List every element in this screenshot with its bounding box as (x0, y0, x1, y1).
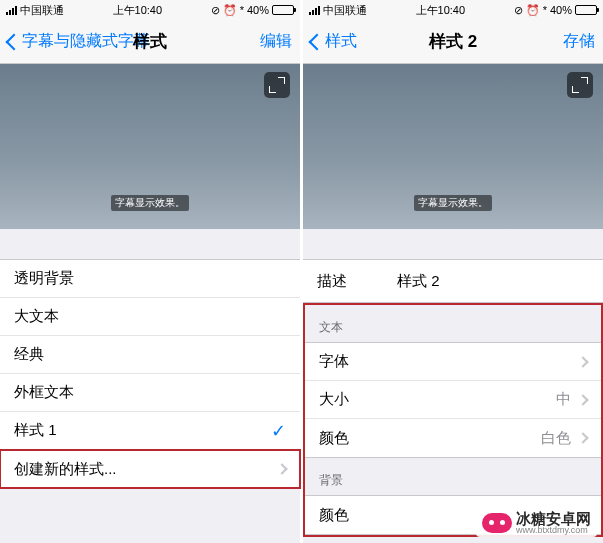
checkmark-icon: ✓ (271, 420, 286, 442)
back-button[interactable]: 字幕与隐藏式字幕 (8, 31, 150, 52)
nav-bar: 样式 样式 2 存储 (303, 20, 603, 64)
row-value: 中 (556, 390, 571, 409)
nav-bar: 字幕与隐藏式字幕 样式 编辑 (0, 20, 300, 64)
back-label: 字幕与隐藏式字幕 (22, 31, 150, 52)
status-time: 上午10:40 (113, 3, 163, 18)
rotation-lock-icon: ⊘ (211, 4, 220, 17)
back-label: 样式 (325, 31, 357, 52)
expand-button[interactable] (264, 72, 290, 98)
style-row-outline[interactable]: 外框文本 (0, 374, 300, 412)
chevron-right-icon (276, 463, 287, 474)
style-label: 经典 (14, 345, 44, 364)
text-settings-group: 字体 大小 中 颜色 白色 (305, 342, 601, 458)
style-label: 大文本 (14, 307, 59, 326)
expand-button[interactable] (567, 72, 593, 98)
signal-icon (309, 6, 320, 15)
style-label: 创建新的样式... (14, 460, 117, 479)
expand-icon (271, 79, 283, 91)
style-label: 样式 1 (14, 421, 57, 440)
description-row[interactable]: 描述 样式 2 (303, 259, 603, 303)
page-title: 样式 2 (429, 30, 477, 53)
chevron-right-icon (577, 432, 588, 443)
watermark-url: www.btxtdmy.com (516, 526, 591, 535)
status-time: 上午10:40 (416, 3, 466, 18)
save-button[interactable]: 存储 (563, 31, 595, 52)
chevron-left-icon (309, 33, 326, 50)
style-row-classic[interactable]: 经典 (0, 336, 300, 374)
caption-sample: 字幕显示效果。 (111, 195, 189, 211)
row-label: 字体 (319, 352, 349, 371)
create-new-style-row[interactable]: 创建新的样式... (0, 450, 300, 488)
caption-preview: 字幕显示效果。 (0, 64, 300, 229)
chevron-left-icon (6, 33, 23, 50)
expand-icon (574, 79, 586, 91)
watermark: 冰糖安卓网 www.btxtdmy.com (476, 509, 597, 537)
battery-icon (575, 5, 597, 15)
edit-button[interactable]: 编辑 (260, 31, 292, 52)
status-bar: 中国联通 上午10:40 ⊘ ⏰ * 40% (0, 0, 300, 20)
section-header-bg: 背景 (305, 458, 601, 495)
signal-icon (6, 6, 17, 15)
back-button[interactable]: 样式 (311, 31, 357, 52)
font-row[interactable]: 字体 (305, 343, 601, 381)
caption-sample: 字幕显示效果。 (414, 195, 492, 211)
size-row[interactable]: 大小 中 (305, 381, 601, 419)
style-row-transparent[interactable]: 透明背景 (0, 260, 300, 298)
watermark-text: 冰糖安卓网 (516, 511, 591, 526)
alarm-icon: ⏰ (223, 4, 237, 17)
rotation-lock-icon: ⊘ (514, 4, 523, 17)
section-header-text: 文本 (305, 305, 601, 342)
alarm-icon: ⏰ (526, 4, 540, 17)
screen-style-edit: 中国联通 上午10:40 ⊘ ⏰ * 40% 样式 样式 2 存储 字幕显示 (303, 0, 603, 543)
battery-icon (272, 5, 294, 15)
row-label: 颜色 (319, 506, 349, 525)
chevron-right-icon (577, 394, 588, 405)
caption-preview: 字幕显示效果。 (303, 64, 603, 229)
row-label: 颜色 (319, 429, 349, 448)
chevron-right-icon (577, 356, 588, 367)
row-label: 大小 (319, 390, 349, 409)
description-value: 样式 2 (397, 272, 440, 291)
color-row[interactable]: 颜色 白色 (305, 419, 601, 457)
carrier-label: 中国联通 (20, 3, 64, 18)
style-label: 透明背景 (14, 269, 74, 288)
bluetooth-icon: * (543, 4, 547, 16)
screen-style-list: 中国联通 上午10:40 ⊘ ⏰ * 40% 字幕与隐藏式字幕 样式 编辑 (0, 0, 300, 543)
bluetooth-icon: * (240, 4, 244, 16)
style-row-large-text[interactable]: 大文本 (0, 298, 300, 336)
style-list: 透明背景 大文本 经典 外框文本 样式 1 ✓ 创建新的样式... (0, 259, 300, 489)
page-title: 样式 (133, 30, 167, 53)
style-row-style1[interactable]: 样式 1 ✓ (0, 412, 300, 450)
description-label: 描述 (317, 272, 397, 291)
carrier-label: 中国联通 (323, 3, 367, 18)
style-label: 外框文本 (14, 383, 74, 402)
row-value: 白色 (541, 429, 571, 448)
watermark-logo-icon (482, 513, 512, 533)
status-bar: 中国联通 上午10:40 ⊘ ⏰ * 40% (303, 0, 603, 20)
battery-pct: 40% (247, 4, 269, 16)
battery-pct: 40% (550, 4, 572, 16)
